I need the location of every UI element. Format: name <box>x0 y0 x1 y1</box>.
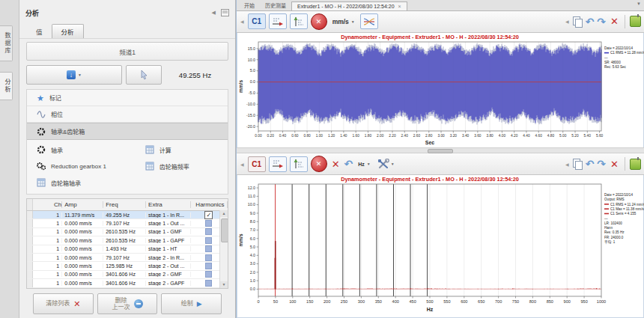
save-icon[interactable] <box>630 16 641 27</box>
column-header[interactable]: Ch <box>33 201 62 208</box>
tool-item[interactable]: ★标记 <box>27 90 228 106</box>
x-tick-label: 0 <box>257 299 259 304</box>
marker-table: ChAmpFreqExtraHarmonics 111.379 mm/s49.2… <box>26 198 228 289</box>
harmonics-checkbox[interactable] <box>205 280 212 287</box>
sub-tool-item[interactable]: Reduction gearbox 1 <box>27 158 136 174</box>
table-row[interactable]: 10.000 mm/s3401.606 Hzstage 2 - GMF <box>27 271 228 279</box>
x-axis-scale-button[interactable] <box>269 156 287 172</box>
toolbar-grip-icon: ◀ <box>565 19 569 24</box>
column-header[interactable]: Harmonics <box>191 201 228 208</box>
undo-icon[interactable]: ↶ <box>344 159 353 169</box>
document-tab[interactable]: 开始 <box>239 0 260 10</box>
clear-list-button[interactable]: 清除列表 ✕ <box>33 293 94 314</box>
sub-tool-item[interactable]: 齿轮箱轴承 <box>27 174 136 191</box>
delete-cursor-icon[interactable]: ✕ <box>330 159 341 170</box>
channel-c1-button[interactable]: C1 <box>248 13 266 29</box>
x-axis-scale-button[interactable] <box>269 13 287 29</box>
x-axis-label: Sec <box>425 140 435 145</box>
x-tick-label: 2.00 <box>377 134 384 138</box>
table-row[interactable]: 10.002 mm/s2.930 Hzstage 2 - HT <box>27 288 228 289</box>
waveform-chart[interactable]: Dynamometer - Equipment - Extruder1 - MO… <box>237 33 644 147</box>
copy-icon[interactable] <box>573 159 583 169</box>
spectrum-chart[interactable]: Dynamometer - Equipment - Extruder1 - MO… <box>237 175 644 317</box>
tab-overflow-icon[interactable]: ▼ <box>637 1 641 6</box>
tab-value[interactable]: 值 <box>27 25 52 38</box>
scroll-up-icon[interactable]: ▲ <box>220 210 228 217</box>
splitter-handle-icon[interactable] <box>428 149 453 153</box>
delete-icon[interactable]: ✕ <box>609 159 620 170</box>
table-row[interactable]: 10.000 mm/s125.985 Hzstage 2 - Out ... <box>27 262 228 270</box>
harmonics-checkbox[interactable]: ✓ <box>204 211 213 219</box>
left-nav-tab-分析[interactable]: 分析 <box>0 72 13 100</box>
save-icon[interactable] <box>630 159 641 170</box>
x-tick-label: 0.20 <box>267 134 275 138</box>
table-row[interactable]: 10.000 mm/s1.493 Hzstage 1 - HT <box>27 245 228 254</box>
row-header <box>27 211 33 218</box>
table-row[interactable]: 10.000 mm/s2610.535 Hzstage 1 - GAPF <box>27 236 228 245</box>
y-axis-scale-button[interactable] <box>290 13 308 29</box>
table-row[interactable]: 111.379 mm/s49.255 Hzstage 1 - In R...✓ <box>27 211 228 219</box>
tool-label: 相位 <box>51 110 63 118</box>
cell-ch: 1 <box>33 272 62 277</box>
document-tab[interactable]: 历史测量 <box>260 0 291 10</box>
collapse-arrow-icon[interactable]: ◀ <box>212 10 216 16</box>
copy-icon[interactable] <box>573 16 583 27</box>
tool-label: 轴承&齿轮箱 <box>51 127 85 135</box>
delete-last-button[interactable]: 删除 上一次 <box>97 293 158 314</box>
y-axis-scale-button[interactable] <box>290 156 308 172</box>
plot-button[interactable]: 绘制 ▶ <box>161 293 222 314</box>
harmonics-checkbox[interactable] <box>205 254 212 261</box>
cell-amp: 0.000 mm/s <box>62 221 103 226</box>
table-scrollbar[interactable]: ▲ ▼ <box>219 210 228 288</box>
table-row[interactable]: 10.000 mm/s3401.606 Hzstage 2 - GAPF <box>27 279 228 287</box>
tools-wrench-button[interactable]: ▼ <box>376 156 396 172</box>
harmonics-checkbox[interactable] <box>205 288 212 289</box>
dock-window-icon[interactable] <box>221 9 229 16</box>
document-tab[interactable]: Extruder1 - MO - H - 2022/08/30 12:54:20… <box>291 1 407 10</box>
undo-icon[interactable]: ↶ <box>586 159 595 169</box>
delete-icon[interactable]: ✕ <box>609 16 620 27</box>
column-header[interactable] <box>27 199 33 210</box>
pick-peak-button[interactable]: ↓ ▼ <box>26 65 122 85</box>
legend-entry: — <box>604 55 608 59</box>
stop-icon[interactable]: ✕ <box>311 156 327 172</box>
cursor-button[interactable] <box>126 65 162 85</box>
unit-dropdown[interactable]: mm/s ▼ <box>330 18 357 25</box>
scroll-thumb[interactable] <box>221 218 228 242</box>
harmonics-checkbox[interactable] <box>205 245 212 252</box>
sub-tool-item[interactable]: 轴承 <box>27 141 136 158</box>
scroll-down-icon[interactable]: ▼ <box>220 281 228 288</box>
table-row[interactable]: 10.000 mm/s79.107 Hzstage 2 - In R... <box>27 254 228 262</box>
tab-analysis[interactable]: 分析 <box>52 24 84 38</box>
harmonics-checkbox[interactable] <box>205 271 212 278</box>
x-tick-label: 750 <box>512 299 519 304</box>
channel-c1-button[interactable]: C1 <box>248 156 266 172</box>
channel-select-button[interactable]: 频道1 <box>26 42 228 61</box>
legend-entry: C1 Max = 11.38 mm/s <box>610 207 644 211</box>
signals-overlay-button[interactable] <box>360 13 378 29</box>
panel-splitter[interactable] <box>237 147 644 153</box>
x-tick-label: 3.60 <box>474 134 482 138</box>
column-header[interactable]: Freq <box>103 201 146 208</box>
tab-close-icon[interactable]: × <box>398 4 401 9</box>
tool-item[interactable]: 轴承&齿轮箱 <box>27 123 228 140</box>
sub-tool-item[interactable]: 计算 <box>136 141 228 158</box>
column-header[interactable]: Amp <box>62 201 103 208</box>
unit-dropdown[interactable]: Hz ▼ <box>356 162 373 167</box>
redo-icon[interactable]: ↷ <box>597 159 606 169</box>
sub-tool-item[interactable]: 齿轮箱频率 <box>136 158 228 174</box>
undo-icon[interactable]: ↶ <box>586 16 595 27</box>
harmonics-checkbox[interactable] <box>205 263 212 269</box>
harmonics-checkbox[interactable] <box>205 237 212 244</box>
column-header[interactable]: Extra <box>146 201 191 208</box>
stop-icon[interactable]: ✕ <box>311 13 327 30</box>
tool-item[interactable]: 相位 <box>27 106 228 123</box>
redo-icon[interactable]: ↷ <box>597 16 606 27</box>
table-row[interactable]: 10.000 mm/s79.107 Hzstage 1 - Out ... <box>27 219 228 227</box>
harmonics-checkbox[interactable] <box>205 228 212 235</box>
y-tick-label: -5.0 <box>249 91 255 95</box>
harmonics-checkbox[interactable] <box>205 220 212 227</box>
table-row[interactable]: 10.000 mm/s2610.535 Hzstage 1 - GMF <box>27 228 228 236</box>
left-nav-tab-数据库[interactable]: 数据库 <box>0 25 13 61</box>
spectrum-chart-area: Dynamometer - Equipment - Extruder1 - MO… <box>237 175 644 318</box>
